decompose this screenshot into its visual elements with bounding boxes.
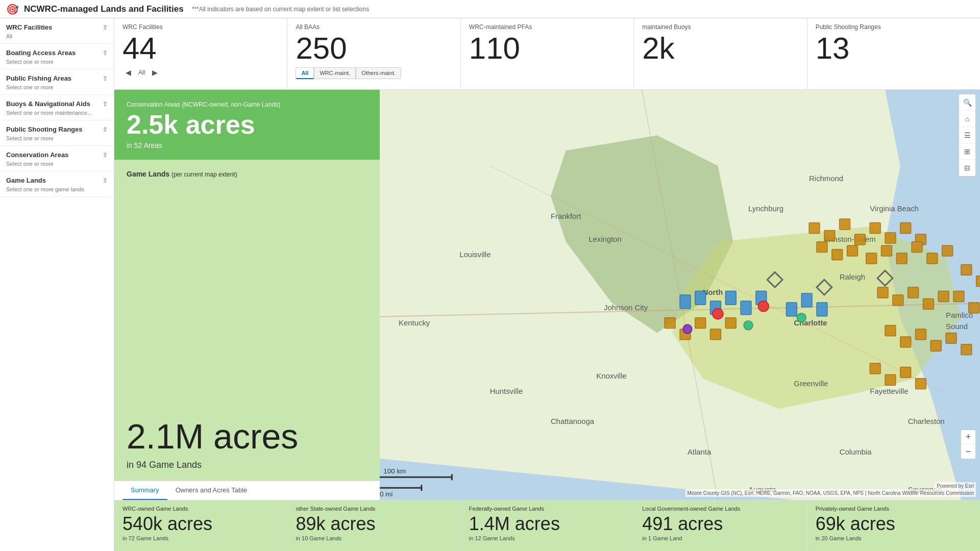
map-zoom-in[interactable]: +	[961, 430, 975, 444]
chevron-icon-wrc-facilities: ⇧	[103, 24, 108, 31]
svg-text:Sound: Sound	[946, 322, 968, 331]
svg-rect-64	[946, 333, 957, 343]
chevron-icon-public-shooting: ⇧	[103, 126, 108, 133]
info-panel: Conservation Areas (NCWRC-owned, non-Gam…	[114, 90, 380, 500]
map-search-btn[interactable]: 🔍	[959, 94, 975, 111]
svg-text:Lynchburg: Lynchburg	[748, 205, 783, 213]
sidebar-section-subtitle-public-fishing: Select one or more	[0, 84, 114, 94]
svg-text:Frankfort: Frankfort	[551, 212, 581, 220]
svg-text:100 km: 100 km	[383, 467, 406, 475]
sidebar-section-public-shooting: Public Shooting Ranges ⇧ Select one or m…	[0, 120, 114, 146]
map-list-btn[interactable]: ☰	[959, 127, 975, 143]
sidebar-section-subtitle-boating-access: Select one or more	[0, 59, 114, 69]
svg-point-86	[683, 324, 692, 334]
svg-text:Johnson City: Johnson City	[604, 304, 648, 312]
map-zoom-out[interactable]: −	[961, 444, 975, 459]
svg-rect-34	[824, 230, 835, 241]
sidebar-section-header-game-lands[interactable]: Game Lands ⇧	[0, 171, 114, 186]
svg-rect-56	[893, 295, 903, 306]
svg-text:Huntsville: Huntsville	[490, 387, 523, 395]
sidebar-section-header-buoys-nav[interactable]: Buoys & Navigational Aids ⇧	[0, 95, 114, 110]
sidebar-section-subtitle-conservation-areas: Select one or more	[0, 161, 114, 171]
stat-tabs-all-baas: AllWRC-maint.Others-maint.	[296, 67, 452, 79]
map-powered-by: Powered by Esri	[935, 482, 976, 490]
svg-text:Fayetteville: Fayetteville	[870, 387, 908, 395]
svg-text:Virginia Beach: Virginia Beach	[870, 205, 919, 213]
stat-nav-wrc-facilities: ◀ All ▶	[122, 67, 279, 78]
stats-bar: WRC Facilities 44 ◀ All ▶ All BAAs 250Al…	[114, 18, 980, 90]
stat-nav-label-wrc-facilities: All	[138, 69, 145, 76]
bottom-stat-local-govt: Local Government-owned Game Lands 491 ac…	[634, 500, 807, 551]
svg-rect-79	[741, 301, 751, 315]
map-zoom-controls: + −	[961, 430, 976, 459]
content-area: WRC Facilities 44 ◀ All ▶ All BAAs 250Al…	[114, 18, 980, 551]
map-svg: Louisville Frankfort Lexington Kentucky …	[380, 90, 980, 500]
map-layers-btn[interactable]: ⊞	[959, 143, 975, 160]
map-container[interactable]: Louisville Frankfort Lexington Kentucky …	[380, 90, 980, 500]
svg-rect-83	[817, 303, 827, 316]
svg-rect-53	[953, 291, 964, 302]
panel-tab-owners-and-acres-table[interactable]: Owners and Acres Table	[167, 481, 256, 500]
svg-rect-65	[961, 344, 972, 355]
sidebar-section-subtitle-buoys-nav: Select one or more maintenance...	[0, 110, 114, 120]
bottom-stat-value-federally-owned: 1.4M acres	[469, 514, 625, 534]
stat-card-wrc-facilities: WRC Facilities 44 ◀ All ▶	[114, 18, 287, 89]
bottom-stat-federally-owned: Federally-owned Game Lands 1.4M acres in…	[461, 500, 634, 551]
stat-value-wrc-pfas: 110	[469, 32, 625, 65]
game-lands-title: Game Lands (per current map extent)	[127, 170, 368, 178]
svg-rect-49	[942, 245, 953, 256]
stat-value-maintained-buoys: 2k	[642, 32, 798, 65]
sidebar-section-buoys-nav: Buoys & Navigational Aids ⇧ Select one o…	[0, 95, 114, 120]
svg-text:Richmond: Richmond	[809, 174, 843, 183]
conservation-box: Conservation Areas (NCWRC-owned, non-Gam…	[114, 90, 380, 160]
sidebar-section-header-wrc-facilities[interactable]: WRC Facilities ⇧	[0, 18, 114, 33]
app-subtitle: ***All indicators are based on current m…	[192, 6, 370, 13]
panel-tabs: SummaryOwners and Acres Table	[114, 481, 380, 500]
svg-rect-69	[916, 379, 926, 389]
bottom-stat-sub-federally-owned: in 12 Game Lands	[469, 535, 625, 541]
sidebar-section-header-conservation-areas[interactable]: Conservation Areas ⇧	[0, 146, 114, 161]
stat-tab-all[interactable]: All	[296, 67, 314, 79]
svg-rect-39	[900, 223, 911, 234]
svg-rect-67	[885, 374, 896, 385]
map-attribution: Moore County GIS (NC), Esri, HERE, Garmi…	[685, 489, 976, 497]
sidebar-section-header-public-fishing[interactable]: Public Fishing Areas ⇧	[0, 69, 114, 84]
svg-rect-72	[695, 318, 706, 329]
stat-tab-others-maint-[interactable]: Others-maint.	[356, 67, 401, 79]
sidebar-section-title-public-fishing: Public Fishing Areas	[6, 74, 71, 82]
svg-text:Lexington: Lexington	[589, 235, 622, 243]
svg-rect-37	[870, 223, 880, 234]
stat-card-all-baas: All BAAs 250AllWRC-maint.Others-maint.	[287, 18, 460, 89]
svg-rect-54	[969, 303, 979, 313]
chevron-icon-game-lands: ⇧	[103, 177, 108, 184]
svg-rect-75	[680, 295, 691, 309]
bottom-stat-sub-other-state: in 10 Game Lands	[296, 535, 452, 541]
bottom-stat-sub-privately-owned: in 20 Game Lands	[816, 535, 972, 541]
conservation-box-subtitle: in 52 Areas	[127, 141, 368, 149]
panel-tab-summary[interactable]: Summary	[122, 481, 167, 500]
svg-text:Atlanta: Atlanta	[688, 448, 712, 456]
svg-rect-44	[866, 253, 877, 264]
stat-nav-next-wrc-facilities[interactable]: ▶	[149, 67, 161, 78]
sidebar-section-header-public-shooting[interactable]: Public Shooting Ranges ⇧	[0, 120, 114, 135]
sidebar-section-title-conservation-areas: Conservation Areas	[6, 151, 68, 159]
svg-rect-70	[665, 318, 675, 329]
chevron-icon-boating-access: ⇧	[103, 49, 108, 57]
map-home-btn[interactable]: ⌂	[959, 111, 975, 127]
bottom-stat-value-privately-owned: 69k acres	[816, 514, 972, 534]
sidebar-section-wrc-facilities: WRC Facilities ⇧ All	[0, 18, 114, 44]
svg-point-87	[744, 321, 753, 330]
sidebar-section-game-lands: Game Lands ⇧ Select one or more game lan…	[0, 171, 114, 197]
sidebar-section-header-boating-access[interactable]: Boating Access Areas ⇧	[0, 44, 114, 59]
sidebar-section-conservation-areas: Conservation Areas ⇧ Select one or more	[0, 146, 114, 171]
stat-label-maintained-buoys: maintained Buoys	[642, 23, 798, 31]
svg-text:Greenville: Greenville	[794, 380, 828, 388]
map-grid-btn[interactable]: ⊟	[959, 160, 975, 176]
svg-rect-47	[912, 242, 922, 253]
stat-tab-wrc-maint-[interactable]: WRC-maint.	[314, 67, 356, 79]
svg-rect-61	[900, 337, 911, 347]
stat-nav-prev-wrc-facilities[interactable]: ◀	[122, 67, 134, 78]
svg-point-85	[758, 301, 769, 312]
svg-point-88	[797, 313, 806, 322]
sidebar: WRC Facilities ⇧ All Boating Access Area…	[0, 18, 114, 551]
